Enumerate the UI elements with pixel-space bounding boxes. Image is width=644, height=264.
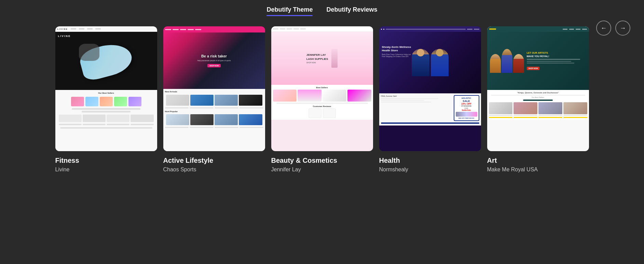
active-text-row-2	[165, 126, 263, 129]
card-beauty[interactable]: JENNIFER LAY LASH SUPPLIES SHOP NOW Best…	[271, 26, 373, 173]
card-art-thumbnail: LET OUR ARTISTS MAKE YOU ROYAL! SHOP NOW…	[487, 26, 589, 151]
art-product-row	[489, 102, 587, 114]
next-arrow-button[interactable]: →	[615, 21, 630, 36]
active-product-row-1	[165, 94, 263, 107]
active-nav-link-1	[165, 29, 171, 30]
fitness-products-section: Our Best Sellers	[55, 90, 157, 151]
holistic-sale-label: SALE	[456, 100, 477, 103]
health-cta-button	[381, 122, 479, 124]
fitness-product-3	[100, 97, 113, 106]
art-tagline: LET OUR ARTISTS	[527, 51, 586, 54]
risk-taker-text: Be a risk taker Help passionate people o…	[197, 54, 231, 67]
card-beauty-category: Beauty & Cosmetics	[271, 157, 373, 164]
ap-7	[215, 114, 238, 125]
fitness-product-5	[128, 97, 141, 106]
art-products-section: "Kings, Queens, Generals and Duchesses" …	[487, 90, 589, 120]
beauty-bestsellers-label: Best Sellers	[273, 87, 371, 89]
card-fitness-category: Fitness	[55, 157, 157, 164]
art-shop-btn: SHOP NOW	[527, 67, 540, 70]
fitness-footer-text	[60, 127, 152, 129]
beauty-reviews-label: Customer Reviews	[273, 105, 371, 107]
card-fitness[interactable]: LIVINE LIVINE Our Best Sellers	[55, 26, 157, 173]
prev-arrow-button[interactable]: ←	[596, 21, 611, 36]
ap-3	[215, 95, 238, 106]
art-text-row	[489, 114, 587, 117]
health-nav-bar	[379, 26, 481, 32]
card-active-lifestyle[interactable]: Be a risk taker Help passionate people o…	[163, 26, 265, 173]
beauty-reviews-row	[273, 108, 371, 118]
art-product-1	[489, 102, 513, 114]
card-active-category: Active Lifestyle	[163, 157, 265, 164]
art-section-title: "Kings, Queens, Generals and Duchesses"	[489, 92, 587, 94]
tabs-container: Debutify Theme Debutify Reviews	[10, 0, 634, 16]
card-art-category: Art	[487, 157, 589, 164]
cards-container: LIVINE LIVINE Our Best Sellers	[10, 26, 634, 173]
review-1	[309, 108, 321, 118]
active-nav-link-2	[173, 29, 179, 30]
beauty-nav-bar	[271, 26, 373, 32]
card-beauty-store: Jennifer Lay	[271, 167, 373, 173]
fitness-nav-bar: LIVINE	[55, 26, 157, 32]
beauty-product-row	[273, 90, 371, 102]
art-tagline-2: MAKE YOU ROYAL!	[527, 55, 586, 58]
art-product-2	[513, 102, 537, 114]
art-person-2	[502, 49, 512, 73]
active-text-row	[165, 107, 263, 109]
art-persons-group	[490, 49, 524, 73]
ap-6	[190, 114, 214, 125]
tab-debutify-theme[interactable]: Debutify Theme	[266, 6, 313, 16]
review-2	[323, 108, 336, 118]
beauty-products-section: Best Sellers Customer Reviews	[271, 85, 373, 120]
health-text-overlay: Shealy-Sorin Wellness Health Store Body …	[382, 45, 411, 57]
nav-link-3	[87, 28, 93, 29]
art-product-4	[563, 102, 587, 114]
health-products-section: FINAL Summer Sale! HOLISTIC SALE 15% OFF…	[379, 93, 481, 126]
beauty-product-bottle	[331, 49, 338, 68]
page-wrapper: Debutify Theme Debutify Reviews ← → LIVI…	[0, 0, 644, 264]
card-art[interactable]: LET OUR ARTISTS MAKE YOU ROYAL! SHOP NOW…	[487, 26, 589, 173]
active-hero: Be a risk taker Help passionate people o…	[163, 32, 265, 89]
fitness-product-grid	[57, 95, 155, 107]
active-nav-link-4	[188, 29, 194, 30]
ap-2	[190, 95, 214, 106]
fitness-product-4	[114, 97, 127, 106]
holistic-sale-badge: HOLISTIC SALE 15% OFF STOREWIDE CODE Nat…	[454, 95, 479, 121]
ap-5	[166, 114, 189, 125]
holistic-title: HOLISTIC	[456, 97, 477, 100]
active-nav-link-3	[180, 29, 186, 30]
holistic-code: NatHolSale	[456, 109, 477, 111]
bp-2	[298, 90, 321, 102]
card-active-store: Chaos Sports	[163, 167, 265, 173]
holistic-storewide: STOREWIDE	[456, 105, 477, 107]
fitness-section-label: Our Best Sellers	[57, 92, 155, 94]
fitness-product-1	[71, 97, 84, 106]
card-active-thumbnail: Be a risk taker Help passionate people o…	[163, 26, 265, 151]
card-fitness-thumbnail: LIVINE LIVINE Our Best Sellers	[55, 26, 157, 151]
card-health[interactable]: Shealy-Sorin Wellness Health Store Body …	[379, 26, 481, 173]
tab-debutify-reviews[interactable]: Debutify Reviews	[326, 6, 377, 16]
bp-3	[323, 90, 346, 102]
health-hero: Shealy-Sorin Wellness Health Store Body …	[379, 32, 481, 93]
card-health-store: Normshealy	[379, 167, 481, 173]
holistic-percent: 15% OFF	[456, 103, 477, 105]
fitness-bottom-row	[57, 114, 155, 123]
holistic-product-row	[456, 112, 477, 117]
art-text-block: LET OUR ARTISTS MAKE YOU ROYAL! SHOP NOW	[527, 51, 586, 70]
health-sale-content: FINAL Summer Sale! HOLISTIC SALE 15% OFF…	[381, 95, 479, 121]
health-sale-text: FINAL Summer Sale!	[381, 95, 453, 97]
fitness-product-2	[85, 97, 98, 106]
nav-link-1	[71, 28, 76, 29]
active-section-label: New Arrivals	[165, 91, 263, 93]
livine-logo-mini: LIVINE	[58, 35, 71, 38]
card-health-category: Health	[379, 157, 481, 164]
health-text-block: FINAL Summer Sale!	[381, 95, 453, 121]
active-nav-link-5	[195, 29, 201, 30]
fitness-text-2	[82, 111, 131, 113]
active-products-section: New Arrivals Hunt Popular	[163, 89, 265, 151]
nav-link-2	[79, 28, 84, 29]
active-nav-bar	[163, 26, 265, 32]
art-person-1	[490, 54, 501, 73]
art-buy-btn	[523, 100, 552, 101]
carousel-navigation: ← →	[596, 21, 630, 36]
art-logo-mini	[489, 28, 496, 30]
